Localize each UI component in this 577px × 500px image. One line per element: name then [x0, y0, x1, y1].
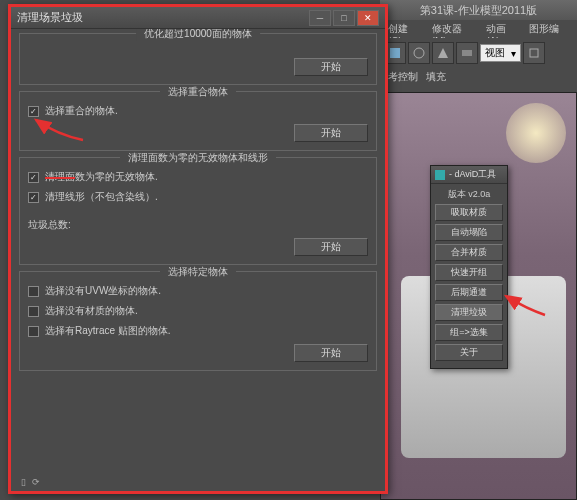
btn-pick-material[interactable]: 吸取材质 — [435, 204, 503, 221]
panel-title-bar[interactable]: - dAviD工具 — [431, 166, 507, 184]
chevron-down-icon: ▾ — [511, 48, 516, 59]
start-button-1[interactable]: 开始 — [294, 58, 368, 76]
checkbox-label: 选择没有UVW坐标的物体. — [45, 284, 161, 298]
panel-title: - dAviD工具 — [449, 168, 496, 181]
toolbar: 视图▾ — [380, 38, 577, 68]
menu-anim[interactable]: 动画(A) — [482, 22, 523, 36]
menu-graph[interactable]: 图形编辑 — [525, 22, 573, 36]
dialog-title: 清理场景垃圾 — [17, 10, 307, 25]
tool-icon-3[interactable] — [432, 42, 454, 64]
start-button-2[interactable]: 开始 — [294, 124, 368, 142]
main-title: 第31课-作业模型2011版 — [420, 4, 537, 16]
group-zerofaces: 清理面数为零的无效物体和线形 清理面数为零的无效物体. 清理线形（不包含染线）.… — [19, 157, 377, 265]
checkbox-zerofaces[interactable] — [28, 172, 39, 183]
checkbox-label: 清理线形（不包含染线）. — [45, 190, 158, 204]
panel-icon — [435, 170, 445, 180]
checkbox-raytrace[interactable] — [28, 326, 39, 337]
btn-post-channel[interactable]: 后期通道 — [435, 284, 503, 301]
group-overlap: 选择重合物体 选择重合的物体. 开始 — [19, 91, 377, 151]
checkbox-row[interactable]: 选择重合的物体. — [28, 104, 368, 118]
btn-about[interactable]: 关于 — [435, 344, 503, 361]
count-row: 垃圾总数: — [28, 218, 368, 232]
view-dropdown[interactable]: 视图▾ — [480, 44, 521, 62]
menu-create[interactable]: 创建(C) — [384, 22, 426, 36]
tool-label-b[interactable]: 填充 — [426, 70, 446, 86]
main-title-bar: 第31课-作业模型2011版 — [380, 0, 577, 20]
cleanup-dialog: 清理场景垃圾 ─ □ ✕ 优化超过10000面的物体 开始 选择重合物体 选择重… — [8, 4, 388, 494]
panel-body: 版本 v2.0a 吸取材质 自动塌陷 合并材质 快速开组 后期通道 清理垃圾 组… — [431, 184, 507, 368]
checkbox-no-material[interactable] — [28, 306, 39, 317]
group-title: 优化超过10000面的物体 — [136, 29, 260, 41]
maximize-button[interactable]: □ — [333, 10, 355, 26]
btn-clean-garbage[interactable]: 清理垃圾 — [435, 304, 503, 321]
scene-chandelier — [506, 103, 566, 163]
dialog-body: 优化超过10000面的物体 开始 选择重合物体 选择重合的物体. 开始 清理面数… — [11, 29, 385, 491]
tool-label-a[interactable]: 考控制 — [388, 70, 418, 86]
btn-auto-collapse[interactable]: 自动塌陷 — [435, 224, 503, 241]
minimize-button[interactable]: ─ — [309, 10, 331, 26]
checkbox-splines[interactable] — [28, 192, 39, 203]
david-tool-panel: - dAviD工具 版本 v2.0a 吸取材质 自动塌陷 合并材质 快速开组 后… — [430, 165, 508, 369]
menu-bar: 创建(C) 修改器(M) 动画(A) 图形编辑 — [380, 20, 577, 38]
svg-rect-3 — [530, 49, 538, 57]
checkbox-row[interactable]: 选择有Raytrace 贴图的物体. — [28, 324, 368, 338]
checkbox-row[interactable]: 选择没有UVW坐标的物体. — [28, 284, 368, 298]
tool-icon-5[interactable] — [523, 42, 545, 64]
group-title: 选择重合物体 — [160, 85, 236, 99]
svg-point-1 — [414, 48, 424, 58]
checkbox-label: 选择没有材质的物体. — [45, 304, 138, 318]
btn-group-to-set[interactable]: 组=>选集 — [435, 324, 503, 341]
group-title: 清理面数为零的无效物体和线形 — [120, 151, 276, 165]
start-button-4[interactable]: 开始 — [294, 344, 368, 362]
toolbar-2: 考控制 填充 — [380, 68, 577, 88]
checkbox-row[interactable]: 选择没有材质的物体. — [28, 304, 368, 318]
group-select-specific: 选择特定物体 选择没有UVW坐标的物体. 选择没有材质的物体. 选择有Raytr… — [19, 271, 377, 371]
checkbox-row[interactable]: 清理线形（不包含染线）. — [28, 190, 368, 204]
checkbox-label: 选择有Raytrace 贴图的物体. — [45, 324, 171, 338]
close-button[interactable]: ✕ — [357, 10, 379, 26]
group-title: 选择特定物体 — [160, 265, 236, 279]
btn-quick-group[interactable]: 快速开组 — [435, 264, 503, 281]
checkbox-label: 清理面数为零的无效物体. — [45, 170, 158, 184]
svg-rect-0 — [390, 48, 400, 58]
dialog-title-bar[interactable]: 清理场景垃圾 ─ □ ✕ — [11, 7, 385, 29]
status-icon: ▯ — [21, 477, 26, 487]
checkbox-row[interactable]: 清理面数为零的无效物体. — [28, 170, 368, 184]
svg-rect-2 — [462, 50, 472, 56]
tool-icon-4[interactable] — [456, 42, 478, 64]
checkbox-overlap[interactable] — [28, 106, 39, 117]
btn-merge-material[interactable]: 合并材质 — [435, 244, 503, 261]
checkbox-label: 选择重合的物体. — [45, 104, 118, 118]
menu-modify[interactable]: 修改器(M) — [428, 22, 481, 36]
tool-icon-2[interactable] — [408, 42, 430, 64]
status-icon: ⟳ — [32, 477, 40, 487]
group-optimize: 优化超过10000面的物体 开始 — [19, 33, 377, 85]
status-bar: ▯ ⟳ — [21, 475, 375, 489]
count-label: 垃圾总数: — [28, 218, 71, 232]
checkbox-no-uvw[interactable] — [28, 286, 39, 297]
start-button-3[interactable]: 开始 — [294, 238, 368, 256]
panel-version: 版本 v2.0a — [435, 188, 503, 201]
